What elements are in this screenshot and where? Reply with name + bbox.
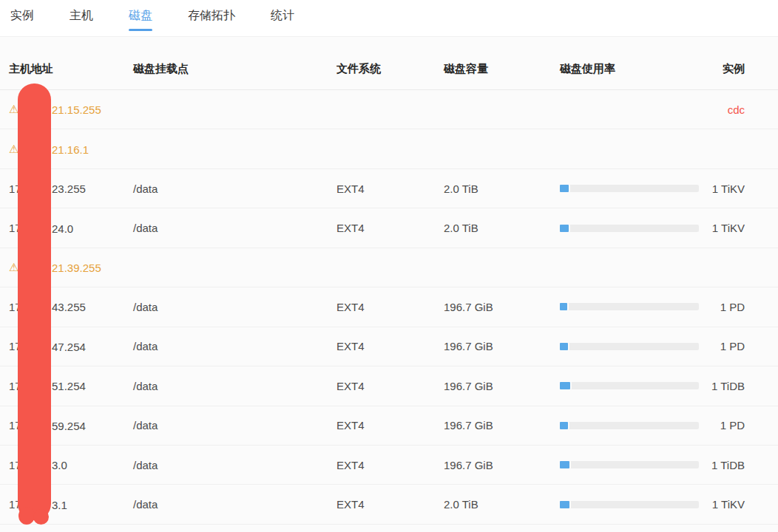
filesystem: EXT4: [336, 459, 444, 471]
mount-point: /data: [133, 183, 336, 195]
usage-bar-fill: [560, 225, 569, 232]
mount-point: /data: [133, 459, 336, 471]
tab-storage-topology[interactable]: 存储拓扑: [188, 0, 235, 37]
host-address: 3.1: [52, 498, 67, 511]
instance-label: 1 TiKV: [708, 222, 778, 234]
redaction-stroke-end: [18, 507, 35, 525]
mount-point: /data: [133, 340, 336, 352]
usage-cell: [560, 185, 708, 192]
tab-label: 磁盘: [129, 9, 152, 21]
capacity: 196.7 GiB: [444, 459, 560, 471]
table-row: 17 43.255 /data EXT4 196.7 GiB 1 PD: [0, 287, 778, 327]
mount-point: /data: [133, 380, 336, 392]
tab-hosts[interactable]: 主机: [70, 0, 93, 37]
table-header-row: 主机地址 磁盘挂载点 文件系统 磁盘容量 磁盘使用率 实例: [0, 37, 778, 90]
usage-bar-fill: [560, 422, 568, 429]
col-header-mount: 磁盘挂载点: [133, 62, 336, 76]
host-address: 21.39.255: [52, 261, 101, 273]
usage-bar-fill: [560, 382, 570, 389]
usage-bar-fill: [560, 303, 567, 310]
instance-label: 1 TiKV: [708, 498, 778, 511]
host-address: 51.254: [52, 380, 86, 392]
capacity: 196.7 GiB: [444, 340, 560, 352]
instance-label: 1 PD: [708, 301, 778, 313]
table-row: 17 3.1 /data EXT4 2.0 TiB 1 TiKV: [0, 485, 778, 524]
usage-cell: [560, 225, 708, 232]
filesystem: EXT4: [336, 498, 444, 511]
usage-bar: [560, 501, 699, 508]
tab-disks[interactable]: 磁盘: [129, 0, 152, 37]
capacity: 2.0 TiB: [444, 222, 560, 234]
disk-overview-page: 实例 主机 磁盘 存储拓扑 统计 主机地址 磁盘挂载点 文件系统 磁盘容量 磁盘…: [0, 0, 778, 532]
col-header-usage: 磁盘使用率: [560, 62, 708, 76]
table-row: ⚠ 21.39.255: [0, 248, 778, 287]
disk-table: 主机地址 磁盘挂载点 文件系统 磁盘容量 磁盘使用率 实例 ⚠ 21.15.25…: [0, 37, 778, 532]
tab-label: 实例: [10, 9, 34, 21]
host-address: 43.255: [52, 301, 86, 313]
redaction-stroke-end: [33, 509, 49, 525]
col-header-capacity: 磁盘容量: [444, 62, 560, 76]
usage-cell: [560, 303, 708, 310]
capacity: 2.0 TiB: [444, 498, 560, 511]
capacity: 196.7 GiB: [444, 419, 560, 432]
capacity: 196.7 GiB: [444, 301, 560, 313]
host-address: 47.254: [52, 340, 86, 352]
filesystem: EXT4: [336, 222, 444, 234]
usage-bar: [560, 382, 699, 389]
usage-bar: [560, 185, 699, 192]
usage-cell: [560, 343, 708, 350]
table-row: 17 59.254 /data EXT4 196.7 GiB 1 PD: [0, 406, 778, 446]
capacity: 2.0 TiB: [444, 183, 560, 195]
usage-cell: [560, 501, 708, 508]
usage-bar: [560, 303, 699, 310]
usage-bar-fill: [560, 501, 569, 508]
host-address: 23.255: [52, 183, 86, 195]
host-address: 21.15.255: [52, 103, 101, 116]
instance-label: cdc: [708, 103, 778, 116]
filesystem: EXT4: [336, 419, 444, 432]
filesystem: EXT4: [336, 340, 444, 352]
usage-bar-fill: [560, 343, 568, 350]
col-header-host: 主机地址: [9, 62, 133, 76]
instance-label: 1 PD: [708, 419, 778, 432]
tab-label: 存储拓扑: [188, 9, 235, 21]
host-address: 21.16.1: [52, 143, 89, 155]
usage-bar-fill: [560, 461, 569, 468]
instance-label: 1 TiDB: [708, 459, 778, 471]
usage-cell: [560, 382, 708, 389]
instance-label: 1 PD: [708, 340, 778, 352]
usage-bar: [560, 461, 699, 468]
redaction-stroke: [18, 83, 51, 520]
table-row: 17 24.0 /data EXT4 2.0 TiB 1 TiKV: [0, 208, 778, 248]
usage-bar-fill: [560, 185, 569, 192]
usage-bar: [560, 422, 699, 429]
tab-instances[interactable]: 实例: [10, 0, 34, 37]
filesystem: EXT4: [336, 301, 444, 313]
table-row: 17 3.0 /data EXT4 196.7 GiB 1 TiDB: [0, 446, 778, 485]
table-row: ⚠ 21.16.1: [0, 129, 778, 168]
host-address: 59.254: [52, 419, 86, 432]
capacity: 196.7 GiB: [444, 380, 560, 392]
usage-bar: [560, 343, 699, 350]
table-row: ⚠ 21.15.255 cdc: [0, 90, 778, 129]
host-address: 24.0: [52, 222, 73, 234]
tab-statistics[interactable]: 统计: [271, 0, 294, 37]
mount-point: /data: [133, 498, 336, 511]
instance-label: 1 TiDB: [708, 380, 778, 392]
table-row: 17 51.254 /data EXT4 196.7 GiB 1 TiDB: [0, 366, 778, 406]
mount-point: /data: [133, 419, 336, 432]
table-body: ⚠ 21.15.255 cdc ⚠ 21.16.1: [0, 90, 778, 525]
col-header-fs: 文件系统: [336, 62, 444, 76]
active-tab-ink-bar: [129, 29, 152, 31]
col-header-instance: 实例: [708, 62, 778, 76]
tab-bar: 实例 主机 磁盘 存储拓扑 统计: [0, 0, 778, 37]
table-row: 17 47.254 /data EXT4 196.7 GiB 1 PD: [0, 327, 778, 366]
instance-label: 1 TiKV: [708, 183, 778, 195]
usage-bar: [560, 225, 699, 232]
mount-point: /data: [133, 301, 336, 313]
table-row: 17 23.255 /data EXT4 2.0 TiB 1 TiKV: [0, 169, 778, 208]
usage-cell: [560, 422, 708, 429]
tab-label: 统计: [271, 9, 294, 21]
tab-label: 主机: [70, 9, 93, 21]
filesystem: EXT4: [336, 380, 444, 392]
